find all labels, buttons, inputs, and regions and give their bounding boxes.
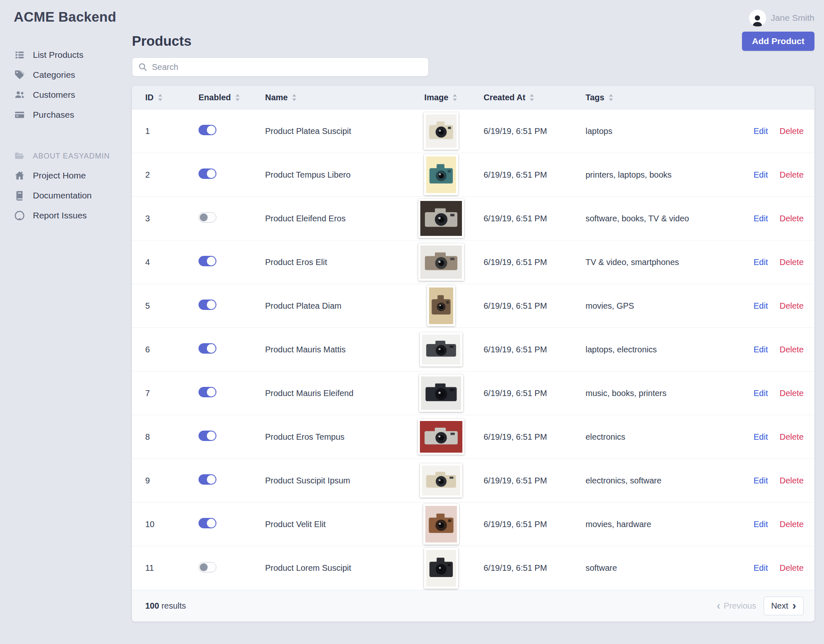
cell-name: Product Tempus Libero <box>265 170 398 180</box>
user-menu[interactable]: Jane Smith <box>132 0 814 27</box>
enabled-toggle[interactable] <box>199 300 216 310</box>
tags-icon <box>14 69 25 80</box>
delete-link[interactable]: Delete <box>779 126 804 136</box>
sidebar-item-project-home[interactable]: Project Home <box>14 166 125 186</box>
delete-link[interactable]: Delete <box>779 520 804 529</box>
brand[interactable]: ACME Backend <box>14 9 125 25</box>
delete-link[interactable]: Delete <box>779 170 804 180</box>
edit-link[interactable]: Edit <box>754 301 768 311</box>
delete-link[interactable]: Delete <box>779 432 804 442</box>
edit-link[interactable]: Edit <box>754 126 768 136</box>
cell-tags: movies, GPS <box>586 301 733 311</box>
cell-created-at: 6/19/19, 6:51 PM <box>484 520 586 529</box>
sidebar-item-customers[interactable]: Customers <box>14 85 125 105</box>
cell-id: 9 <box>145 476 199 485</box>
sidebar-item-purchases[interactable]: Purchases <box>14 105 125 125</box>
column-header-image[interactable]: Image <box>398 93 484 102</box>
cell-name: Product Lorem Suscipit <box>265 563 398 573</box>
toggle-knob <box>207 519 216 528</box>
edit-link[interactable]: Edit <box>754 563 768 573</box>
sidebar-item-list-products[interactable]: List Products <box>14 45 125 65</box>
edit-link[interactable]: Edit <box>754 432 768 442</box>
enabled-toggle[interactable] <box>199 343 216 354</box>
table-header: ID Enabled Name Image Created At Tags <box>132 86 814 109</box>
cell-id: 2 <box>145 170 199 180</box>
folder-open-icon <box>14 151 25 161</box>
cell-id: 1 <box>145 126 199 136</box>
delete-link[interactable]: Delete <box>779 301 804 311</box>
table-row: 6 Product Mauris Mattis 6/19/19, 6:51 PM… <box>132 328 814 372</box>
cell-name: Product Eros Elit <box>265 258 398 267</box>
cell-name: Product Mauris Eleifend <box>265 389 398 398</box>
delete-link[interactable]: Delete <box>779 563 804 573</box>
column-header-tags[interactable]: Tags <box>586 93 733 102</box>
sidebar-item-documentation[interactable]: Documentation <box>14 186 125 206</box>
enabled-toggle[interactable] <box>199 212 216 223</box>
cell-id: 7 <box>145 389 199 398</box>
previous-button[interactable]: ‹ Previous <box>717 601 756 611</box>
cell-tags: electronics, software <box>586 476 733 485</box>
enabled-toggle[interactable] <box>199 168 216 179</box>
column-header-name[interactable]: Name <box>265 93 398 102</box>
page-header: Products Add Product <box>132 32 814 51</box>
product-image <box>424 112 459 150</box>
cell-created-at: 6/19/19, 6:51 PM <box>484 258 586 267</box>
sidebar-item-categories[interactable]: Categories <box>14 65 125 85</box>
product-image <box>418 199 464 238</box>
product-image <box>423 504 459 545</box>
edit-link[interactable]: Edit <box>754 520 768 529</box>
table-row: 11 Product Lorem Suscipit 6/19/19, 6:51 … <box>132 546 814 590</box>
github-icon <box>14 210 25 221</box>
table-footer: 100 results ‹ Previous Next › <box>132 590 814 622</box>
enabled-toggle[interactable] <box>199 431 216 441</box>
toggle-knob <box>207 388 216 396</box>
cell-tags: TV & video, smartphones <box>586 258 733 267</box>
enabled-toggle[interactable] <box>199 474 216 485</box>
cell-name: Product Velit Elit <box>265 520 398 529</box>
edit-link[interactable]: Edit <box>754 170 768 180</box>
product-image <box>424 548 458 589</box>
product-image <box>420 463 462 498</box>
delete-link[interactable]: Delete <box>779 389 804 398</box>
delete-link[interactable]: Delete <box>779 476 804 485</box>
sort-icon <box>529 94 534 101</box>
sort-icon <box>158 94 163 101</box>
edit-link[interactable]: Edit <box>754 476 768 485</box>
add-product-button[interactable]: Add Product <box>742 32 814 51</box>
cell-id: 8 <box>145 432 199 442</box>
table-row: 8 Product Eros Tempus 6/19/19, 6:51 PM e… <box>132 415 814 459</box>
next-button[interactable]: Next › <box>764 597 804 615</box>
edit-link[interactable]: Edit <box>754 258 768 267</box>
cell-created-at: 6/19/19, 6:51 PM <box>484 476 586 485</box>
enabled-toggle[interactable] <box>199 562 216 572</box>
toggle-knob <box>207 475 216 484</box>
enabled-toggle[interactable] <box>199 387 216 397</box>
column-header-enabled[interactable]: Enabled <box>199 93 265 102</box>
table-row: 7 Product Mauris Eleifend 6/19/19, 6:51 … <box>132 372 814 415</box>
column-header-created-at[interactable]: Created At <box>484 93 586 102</box>
enabled-toggle[interactable] <box>199 125 216 135</box>
delete-link[interactable]: Delete <box>779 214 804 223</box>
search-input[interactable] <box>132 57 429 77</box>
cell-name: Product Platea Suscipit <box>265 126 398 136</box>
edit-link[interactable]: Edit <box>754 345 768 354</box>
sidebar-item-report-issues[interactable]: Report Issues <box>14 206 125 225</box>
delete-link[interactable]: Delete <box>779 345 804 354</box>
cell-id: 11 <box>145 563 199 573</box>
toggle-knob <box>207 126 216 134</box>
table-row: 4 Product Eros Elit 6/19/19, 6:51 PM TV … <box>132 240 814 284</box>
cell-id: 5 <box>145 301 199 311</box>
edit-link[interactable]: Edit <box>754 214 768 223</box>
toggle-knob <box>200 563 208 571</box>
delete-link[interactable]: Delete <box>779 258 804 267</box>
cell-tags: laptops <box>586 126 733 136</box>
enabled-toggle[interactable] <box>199 518 216 528</box>
search-icon <box>138 62 147 72</box>
products-table: ID Enabled Name Image Created At Tags <box>132 86 814 622</box>
table-row: 9 Product Suscipit Ipsum 6/19/19, 6:51 P… <box>132 459 814 503</box>
edit-link[interactable]: Edit <box>754 389 768 398</box>
cell-tags: printers, laptops, books <box>586 170 733 180</box>
main-content: Jane Smith Products Add Product ID Enabl… <box>125 0 824 644</box>
column-header-id[interactable]: ID <box>145 93 199 102</box>
enabled-toggle[interactable] <box>199 256 216 266</box>
